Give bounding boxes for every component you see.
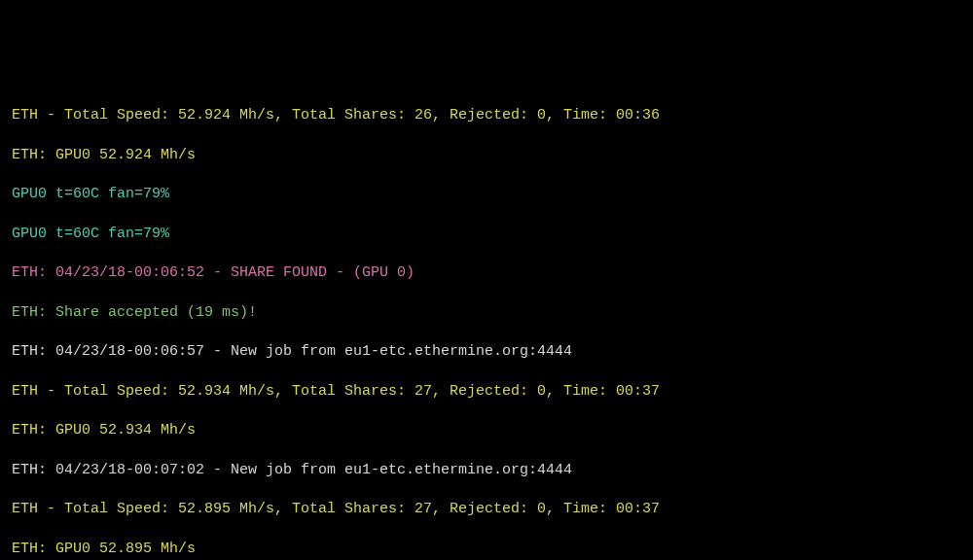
terminal-line: GPU0 t=60C fan=79% [12,185,961,204]
terminal-line: ETH - Total Speed: 52.934 Mh/s, Total Sh… [12,382,961,402]
terminal-output: ETH - Total Speed: 52.924 Mh/s, Total Sh… [12,87,961,560]
terminal-line: ETH: 04/23/18-00:06:52 - SHARE FOUND - (… [12,263,961,283]
terminal-line: ETH: 04/23/18-00:07:02 - New job from eu… [12,461,961,480]
terminal-line: ETH - Total Speed: 52.895 Mh/s, Total Sh… [12,500,961,519]
terminal-line: ETH: GPU0 52.895 Mh/s [12,540,961,559]
terminal-line: GPU0 t=60C fan=79% [12,225,961,244]
terminal-line: ETH - Total Speed: 52.924 Mh/s, Total Sh… [12,106,961,125]
terminal-line: ETH: 04/23/18-00:06:57 - New job from eu… [12,342,961,362]
terminal-line: ETH: GPU0 52.924 Mh/s [12,146,961,165]
terminal-line: ETH: Share accepted (19 ms)! [12,303,961,323]
terminal-line: ETH: GPU0 52.934 Mh/s [12,421,961,440]
